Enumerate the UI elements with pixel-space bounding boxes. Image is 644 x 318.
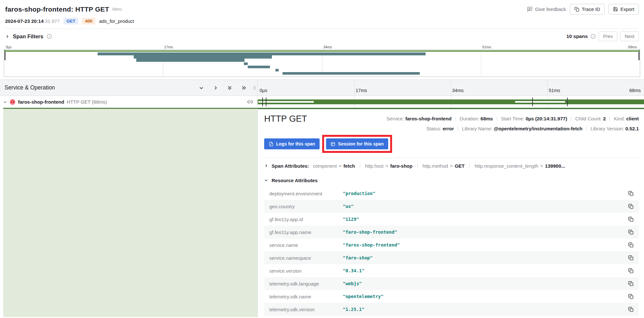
http-method-badge: GET	[63, 18, 78, 24]
resource-attributes-table: deployment.environment "production" geo.…	[264, 187, 639, 316]
span-attributes-section[interactable]: Span Attributes: component=fetchhttp.hos…	[264, 158, 639, 173]
attribute-key: service.version	[269, 268, 343, 274]
copy-value-button[interactable]	[628, 255, 634, 261]
attribute-value: "faro-shop"	[343, 255, 628, 260]
span-attributes-title: Span Attributes:	[272, 163, 309, 169]
span-filters-title: Span Filters	[13, 33, 43, 40]
comment-icon	[527, 6, 533, 12]
overview-label: Service:	[387, 116, 405, 121]
separator	[571, 117, 571, 121]
attribute-value: "us"	[343, 204, 628, 209]
overview-value: client	[626, 116, 639, 121]
logs-icon	[269, 142, 274, 146]
overview-label: Kind:	[614, 116, 626, 121]
overview-label: Duration:	[460, 116, 481, 121]
selected-span-expanded-area	[3, 108, 257, 317]
resource-attribute-row: geo.country "us"	[264, 200, 639, 213]
logs-for-span-button[interactable]: Logs for this span	[264, 138, 320, 149]
span-row[interactable]: faros-shop-frontend HTTP GET (68ms)	[0, 96, 257, 108]
copy-value-button[interactable]	[628, 281, 634, 286]
minimap-span-bar	[275, 69, 279, 71]
next-span-button[interactable]: Next	[620, 32, 639, 41]
separator	[458, 126, 458, 131]
span-detail-title: HTTP GET	[264, 114, 308, 134]
span-bar-tick	[532, 98, 533, 106]
chevron-down-icon	[264, 178, 268, 182]
span-bar-row[interactable]	[258, 96, 644, 108]
span-overview: Service: faros-shop-frontendDuration: 68…	[308, 114, 639, 134]
overview-value: faros-shop-frontend	[405, 116, 451, 121]
separator	[497, 117, 497, 121]
attribute-value: faro-shop	[390, 163, 412, 169]
attribute-value: "0.34.1"	[343, 268, 628, 273]
resource-attributes-section[interactable]: Resource Attributes	[264, 173, 639, 187]
timeline-tick-label: 68ms	[628, 45, 637, 49]
span-overview-line2: Status: errorLibrary Name: @opentelemetr…	[308, 124, 639, 134]
separator	[456, 117, 456, 121]
info-icon[interactable]	[591, 34, 596, 39]
attribute-key: telemetry.sdk.name	[269, 294, 343, 299]
service-operation-column: Service & Operation	[0, 80, 258, 317]
prev-span-button[interactable]: Prev	[599, 32, 617, 41]
attribute-value: "1.25.1"	[343, 307, 628, 312]
span-attribute-item: http.method=GET	[417, 163, 465, 169]
export-button[interactable]: Export	[609, 4, 639, 14]
overview-value: 68ms	[481, 116, 493, 121]
attribute-key: telemetry.sdk.language	[269, 281, 343, 286]
copy-value-button[interactable]	[628, 229, 634, 235]
overview-label: Library Version:	[591, 126, 625, 131]
attribute-key: http.host	[365, 163, 384, 169]
copy-value-button[interactable]	[628, 268, 634, 274]
trace-view: Service & Operation	[0, 80, 644, 317]
resource-attribute-row: telemetry.sdk.name "opentelemetry"	[264, 290, 639, 303]
chevron-down-icon[interactable]	[3, 100, 7, 104]
attribute-value: GET	[455, 163, 465, 169]
overview-label: Child Count:	[575, 116, 603, 121]
give-feedback-button[interactable]: Give feedback	[527, 6, 566, 12]
minimap-canvas[interactable]	[4, 49, 640, 77]
timeline-tick-label: 51ms	[481, 45, 491, 49]
copy-value-button[interactable]	[628, 191, 634, 196]
overview-label: Library Name:	[462, 126, 494, 131]
resource-attribute-row: service.name "faros-shop-frontend"	[264, 238, 639, 251]
spans-count: 10 spans	[566, 33, 588, 39]
span-service-name: faros-shop-frontend	[18, 99, 64, 105]
span-filters-toggle[interactable]: Span Filters	[5, 33, 52, 40]
timeline-tick-label: 0µs	[260, 88, 267, 93]
timeline-tick-label: 34ms	[451, 88, 464, 93]
attribute-value: "opentelemetry"	[343, 294, 628, 299]
expand-all-icon[interactable]	[241, 85, 246, 90]
span-overview-line1: Service: faros-shop-frontendDuration: 68…	[308, 114, 639, 124]
trace-id-button[interactable]: Trace ID	[570, 4, 605, 14]
timeline-column: 0µs17ms34ms51ms68ms HTTP GET Service: fa…	[258, 80, 644, 317]
attribute-key: gf.feo11y.app.name	[269, 229, 343, 235]
copy-value-button[interactable]	[628, 307, 634, 312]
span-attribute-item: component=fetch	[313, 163, 355, 169]
attribute-value: "webjs"	[343, 281, 628, 286]
attribute-value: "faros-shop-frontend"	[343, 242, 628, 248]
attribute-value: "production"	[343, 191, 628, 196]
column-resizer[interactable]	[254, 86, 255, 90]
link-icon[interactable]	[247, 99, 253, 105]
copy-value-button[interactable]	[628, 294, 634, 299]
collapse-all-icon[interactable]	[227, 85, 232, 90]
timeline-tick-label: 0µs	[6, 45, 12, 49]
span-detail-panel: HTTP GET Service: faros-shop-frontendDur…	[258, 108, 644, 317]
span-bar-tick	[567, 98, 568, 106]
overview-value: 0µs (20:14:31.977)	[526, 116, 567, 121]
span-duration-bar[interactable]	[258, 99, 644, 104]
attribute-key: service.name	[269, 242, 343, 248]
span-operation-label: HTTP GET (68ms)	[67, 99, 107, 105]
expand-one-icon[interactable]	[213, 85, 218, 90]
save-icon	[613, 7, 618, 12]
timeline-tick-label: 34ms	[322, 45, 332, 49]
copy-value-button[interactable]	[628, 242, 634, 248]
span-bar-tick	[262, 98, 263, 106]
session-for-span-button[interactable]: Session for this span	[326, 138, 388, 149]
copy-value-button[interactable]	[628, 217, 634, 222]
collapse-one-icon[interactable]	[199, 85, 204, 90]
attribute-key: deployment.environment	[269, 191, 343, 196]
info-icon[interactable]	[47, 34, 52, 39]
copy-value-button[interactable]	[628, 204, 634, 209]
attribute-key: http.method	[422, 163, 448, 169]
